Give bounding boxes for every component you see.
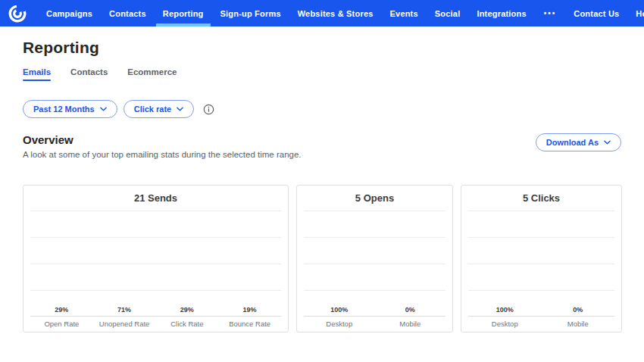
bar-column: 71% — [93, 306, 156, 316]
filter-info-button[interactable] — [203, 104, 214, 115]
main-content: Reporting Emails Contacts Ecommerce Past… — [0, 39, 644, 332]
overview-title: Overview — [23, 133, 302, 146]
bar-column: 0% — [542, 306, 615, 316]
chart-title: 5 Opens — [304, 192, 445, 204]
bar-value-label: 19% — [243, 306, 257, 314]
bar-column: 19% — [218, 306, 281, 316]
overview-charts: 21 Sends 29%71%29%19% Open RateUnopened … — [23, 185, 621, 332]
metric-dropdown[interactable]: Click rate — [123, 100, 195, 118]
category-label: Unopened Rate — [93, 320, 156, 328]
chart-title: 21 Sends — [30, 192, 281, 204]
category-label: Desktop — [468, 320, 542, 328]
chart-categories: DesktopMobile — [468, 320, 614, 328]
clicks-chart-card: 5 Clicks 100%0% DesktopMobile — [461, 185, 622, 332]
metric-value: Click rate — [134, 105, 172, 114]
bar-value-label: 100% — [496, 306, 514, 314]
constant-contact-logo[interactable] — [8, 0, 27, 27]
category-label: Click Rate — [156, 320, 219, 328]
nav-item-contacts[interactable]: Contacts — [101, 0, 155, 27]
bar-value-label: 71% — [117, 306, 131, 314]
chart-plot: 29%71%29%19% — [30, 211, 281, 317]
nav-item-help[interactable]: Help — [627, 0, 644, 27]
navbar-right: Contact Us Help Marsha — [565, 0, 644, 27]
bar-column: 0% — [375, 306, 446, 316]
overview-header: Overview A look at some of your top emai… — [23, 133, 621, 159]
tab-contacts[interactable]: Contacts — [70, 67, 108, 81]
chart-title: 5 Clicks — [468, 192, 614, 204]
filter-bar: Past 12 Months Click rate — [23, 100, 621, 118]
opens-chart-card: 5 Opens 100%0% DesktopMobile — [296, 185, 453, 332]
nav-more-menu[interactable]: ••• — [535, 0, 566, 27]
nav-item-social[interactable]: Social — [427, 0, 469, 27]
chevron-down-icon — [177, 107, 183, 111]
top-navbar: Campaigns Contacts Reporting Sign-up For… — [0, 0, 644, 27]
nav-item-integrations[interactable]: Integrations — [468, 0, 534, 27]
bar-column: 29% — [156, 306, 219, 316]
bar-value-label: 100% — [330, 306, 348, 314]
chart-plot: 100%0% — [468, 211, 614, 317]
info-icon — [203, 104, 214, 115]
bar-value-label: 29% — [55, 306, 68, 314]
chart-categories: Open RateUnopened RateClick RateBounce R… — [30, 320, 281, 328]
bar-value-label: 0% — [405, 306, 415, 314]
download-as-button[interactable]: Download As — [536, 133, 621, 151]
tab-ecommerce[interactable]: Ecommerce — [127, 67, 177, 81]
chart-plot: 100%0% — [304, 211, 445, 317]
report-tabs: Emails Contacts Ecommerce — [23, 67, 621, 81]
bar-value-label: 29% — [180, 306, 194, 314]
bar-value-label: 0% — [573, 306, 583, 314]
chevron-down-icon — [100, 107, 107, 111]
category-label: Mobile — [375, 320, 446, 328]
nav-item-contact-us[interactable]: Contact Us — [565, 0, 627, 27]
overview-subtitle: A look at some of your top emailing stat… — [23, 150, 302, 159]
category-label: Desktop — [304, 320, 375, 328]
nav-item-websites-stores[interactable]: Websites & Stores — [289, 0, 382, 27]
category-label: Open Rate — [30, 320, 93, 328]
chevron-down-icon — [604, 140, 611, 145]
bar-column: 100% — [468, 306, 542, 316]
bar-column: 100% — [304, 306, 375, 316]
tab-emails[interactable]: Emails — [23, 67, 51, 81]
sends-chart-card: 21 Sends 29%71%29%19% Open RateUnopened … — [23, 185, 289, 332]
nav-item-events[interactable]: Events — [382, 0, 427, 27]
category-label: Bounce Rate — [218, 320, 281, 328]
overview-text: Overview A look at some of your top emai… — [23, 133, 302, 159]
page-title: Reporting — [23, 39, 621, 57]
bar-column: 29% — [30, 306, 93, 316]
time-range-value: Past 12 Months — [33, 105, 95, 114]
chart-categories: DesktopMobile — [304, 320, 445, 328]
time-range-dropdown[interactable]: Past 12 Months — [23, 100, 117, 118]
nav-item-signup-forms[interactable]: Sign-up Forms — [212, 0, 289, 27]
category-label: Mobile — [542, 320, 615, 328]
nav-item-reporting[interactable]: Reporting — [155, 0, 212, 27]
download-as-label: Download As — [546, 138, 599, 147]
nav-item-campaigns[interactable]: Campaigns — [38, 0, 101, 27]
constant-contact-logo-icon — [8, 4, 27, 23]
